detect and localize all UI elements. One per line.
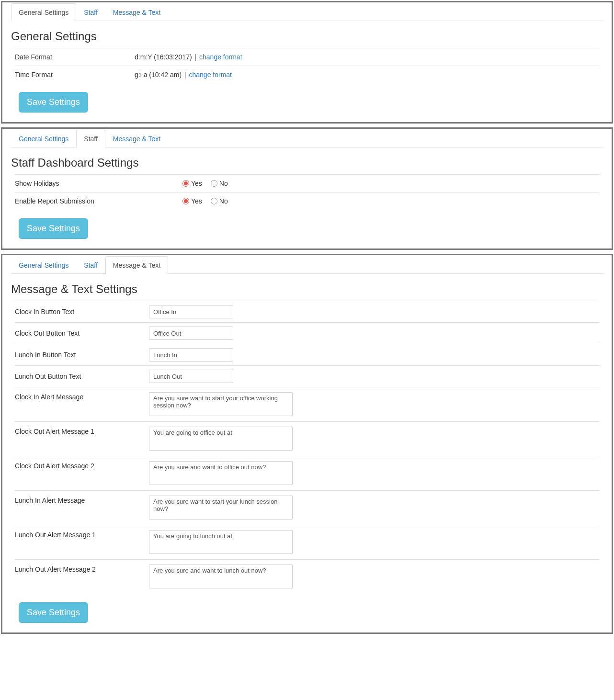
radio-enable-report-yes[interactable]: Yes	[182, 197, 202, 205]
label-clock-in-alert: Clock In Alert Message	[15, 392, 149, 401]
value-time-format: g:i a (10:42 am)	[135, 71, 182, 79]
input-clock-in-button-text[interactable]	[149, 305, 233, 318]
radio-show-holidays-no[interactable]: No	[211, 180, 228, 187]
tab-general-settings[interactable]: General Settings	[11, 3, 76, 21]
tab-message-text[interactable]: Message & Text	[105, 130, 168, 147]
tab-staff[interactable]: Staff	[76, 3, 105, 21]
radio-label: No	[219, 197, 228, 205]
tab-general-settings[interactable]: General Settings	[11, 130, 76, 147]
textarea-lunch-out-alert-1[interactable]	[149, 530, 293, 554]
radio-icon	[211, 180, 217, 187]
save-settings-button[interactable]: Save Settings	[19, 218, 88, 239]
label-lunch-out-alert-2: Lunch Out Alert Message 2	[15, 565, 149, 573]
input-lunch-in-button-text[interactable]	[149, 348, 233, 361]
tab-general-settings[interactable]: General Settings	[11, 256, 76, 274]
label-enable-report-submission: Enable Report Submission	[15, 197, 182, 205]
tabbar: General Settings Staff Message & Text	[11, 255, 603, 274]
label-lunch-out-button-text: Lunch Out Button Text	[15, 373, 149, 380]
save-settings-button[interactable]: Save Settings	[19, 92, 88, 113]
tabbar: General Settings Staff Message & Text	[11, 129, 603, 147]
tab-message-text[interactable]: Message & Text	[105, 256, 168, 274]
textarea-clock-out-alert-1[interactable]	[149, 427, 293, 451]
textarea-clock-out-alert-2[interactable]	[149, 461, 293, 485]
radio-label: No	[219, 180, 228, 187]
heading-general-settings: General Settings	[11, 30, 603, 43]
radio-icon	[182, 180, 189, 187]
radio-enable-report-no[interactable]: No	[211, 197, 228, 205]
separator: |	[195, 53, 197, 61]
separator: |	[184, 71, 186, 79]
label-lunch-in-button-text: Lunch In Button Text	[15, 351, 149, 359]
tab-message-text[interactable]: Message & Text	[105, 3, 168, 21]
radio-label: Yes	[191, 180, 202, 187]
link-change-time-format[interactable]: change format	[189, 71, 232, 79]
panel-general-settings: General Settings Staff Message & Text Ge…	[1, 1, 613, 124]
label-clock-out-alert-1: Clock Out Alert Message 1	[15, 427, 149, 435]
radio-icon	[182, 198, 189, 204]
heading-staff-dashboard: Staff Dashboard Settings	[11, 156, 603, 169]
label-clock-out-alert-2: Clock Out Alert Message 2	[15, 461, 149, 470]
radio-show-holidays-yes[interactable]: Yes	[182, 180, 202, 187]
radio-label: Yes	[191, 197, 202, 205]
value-date-format: d:m:Y (16:03:2017)	[135, 53, 192, 61]
input-lunch-out-button-text[interactable]	[149, 370, 233, 383]
label-show-holidays: Show Holidays	[15, 180, 182, 187]
label-time-format: Time Format	[15, 71, 135, 79]
label-date-format: Date Format	[15, 53, 135, 61]
heading-message-text: Message & Text Settings	[11, 282, 603, 296]
textarea-clock-in-alert[interactable]	[149, 392, 293, 416]
textarea-lunch-in-alert[interactable]	[149, 496, 293, 519]
radio-icon	[211, 198, 217, 204]
label-clock-out-button-text: Clock Out Button Text	[15, 329, 149, 337]
panel-staff-settings: General Settings Staff Message & Text St…	[1, 127, 613, 250]
tab-staff[interactable]: Staff	[76, 130, 105, 147]
textarea-lunch-out-alert-2[interactable]	[149, 565, 293, 588]
label-lunch-in-alert: Lunch In Alert Message	[15, 496, 149, 504]
label-clock-in-button-text: Clock In Button Text	[15, 308, 149, 316]
panel-message-text-settings: General Settings Staff Message & Text Me…	[1, 254, 613, 634]
link-change-date-format[interactable]: change format	[199, 53, 242, 61]
tab-staff[interactable]: Staff	[76, 256, 105, 274]
label-lunch-out-alert-1: Lunch Out Alert Message 1	[15, 530, 149, 539]
save-settings-button[interactable]: Save Settings	[19, 602, 88, 623]
tabbar: General Settings Staff Message & Text	[11, 2, 603, 21]
input-clock-out-button-text[interactable]	[149, 327, 233, 340]
